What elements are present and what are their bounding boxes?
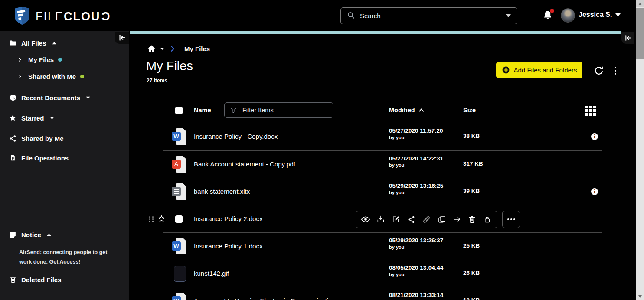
delete-button[interactable] xyxy=(467,214,478,225)
sort-ascending-icon xyxy=(418,108,424,112)
breadcrumb-chevron-icon xyxy=(169,45,176,52)
file-name[interactable]: Agreement to Receive Electronic Communic… xyxy=(194,297,336,300)
table-row[interactable]: W Agreement to Receive Electronic Commun… xyxy=(163,287,602,300)
collapse-sidebar-button[interactable] xyxy=(115,32,129,44)
file-type-icon-docx: W xyxy=(172,292,187,300)
plus-circle-icon xyxy=(502,66,510,74)
star-button[interactable] xyxy=(157,215,166,225)
edit-icon xyxy=(392,215,400,224)
download-icon xyxy=(376,215,385,224)
filter-input[interactable] xyxy=(242,107,328,114)
clock-icon xyxy=(9,94,17,101)
search-scope-caret-icon[interactable] xyxy=(506,14,511,17)
link-button[interactable] xyxy=(421,214,432,225)
column-header-modified[interactable]: Modified xyxy=(389,107,424,114)
caret-up-icon xyxy=(47,233,51,236)
trash-icon xyxy=(9,276,17,284)
breadcrumb-current[interactable]: My Files xyxy=(184,45,210,52)
caret-up-icon xyxy=(52,42,56,44)
collapse-panel-button[interactable] xyxy=(621,32,634,44)
file-type-icon-docx: W xyxy=(172,238,187,255)
file-type-icon-docx: W xyxy=(172,128,187,145)
file-size: 38 KB xyxy=(463,133,480,139)
page-scrollbar[interactable] xyxy=(636,0,644,300)
notifications-bell-icon[interactable] xyxy=(543,10,554,22)
modified-date: 08/21/2020 13:33:14 xyxy=(389,292,443,298)
user-name: Jessica S. xyxy=(579,11,612,19)
preview-button[interactable] xyxy=(360,214,371,225)
caret-down-icon xyxy=(86,96,90,99)
table-row-hovered[interactable]: Insurance Policy 2.docx xyxy=(163,205,602,232)
chevron-right-icon xyxy=(16,57,24,62)
sidebar-item-my-files[interactable]: My Files xyxy=(0,54,62,65)
table-row[interactable]: W Insurance Policy - Copy.docx 05/27/202… xyxy=(163,123,602,150)
main-panel: My Files My Files 27 items Add Files and… xyxy=(129,31,636,300)
file-name[interactable]: Insurance Policy 1.docx xyxy=(194,242,262,250)
info-button[interactable]: i xyxy=(591,133,598,140)
file-name[interactable]: bank statement.xltx xyxy=(194,188,250,195)
row-action-toolbar xyxy=(356,211,497,228)
share-button[interactable] xyxy=(405,214,417,225)
sidebar-item-recent-documents[interactable]: Recent Documents xyxy=(0,92,91,103)
chevron-right-icon xyxy=(16,74,24,79)
add-files-button[interactable]: Add Files and Folders xyxy=(496,62,582,78)
sidebar-item-all-files[interactable]: All Files xyxy=(0,38,57,48)
file-name[interactable]: Bank Account statement - Copy.pdf xyxy=(194,160,295,168)
column-header-name[interactable]: Name xyxy=(194,107,211,114)
home-icon xyxy=(147,44,157,53)
drag-handle[interactable] xyxy=(149,216,155,223)
sidebar-item-shared-with-me[interactable]: Shared with Me xyxy=(0,71,84,82)
share-icon xyxy=(9,135,17,142)
refresh-button[interactable] xyxy=(594,65,604,76)
modified-by: by you xyxy=(389,272,443,277)
lock-button[interactable] xyxy=(482,214,493,225)
more-actions-button[interactable] xyxy=(502,211,520,228)
sidebar: All Files My Files Shared with Me Recent… xyxy=(0,31,129,300)
download-button[interactable] xyxy=(375,214,386,225)
file-name[interactable]: kunst142.gif xyxy=(194,270,229,277)
move-button[interactable] xyxy=(451,214,463,225)
sidebar-item-notice[interactable]: Notice xyxy=(0,229,52,240)
sidebar-item-starred[interactable]: Starred xyxy=(0,113,55,123)
sidebar-item-shared-by-me[interactable]: Shared by Me xyxy=(0,133,64,143)
breadcrumb-home-button[interactable] xyxy=(147,44,165,53)
lock-icon xyxy=(483,215,491,224)
image-thumbnail xyxy=(174,266,186,282)
scrollbar-thumb[interactable] xyxy=(636,8,644,59)
modified-by: by you xyxy=(389,190,443,195)
select-all-checkbox[interactable] xyxy=(175,107,183,114)
info-button[interactable]: i xyxy=(591,188,598,195)
avatar[interactable] xyxy=(561,8,575,23)
sidebar-item-deleted-files[interactable]: Deleted Files xyxy=(0,274,62,285)
scroll-down-button[interactable] xyxy=(636,293,644,300)
arrow-down-icon xyxy=(638,295,642,298)
item-count: 27 items xyxy=(147,78,167,84)
file-size: 317 KB xyxy=(463,160,483,167)
copy-button[interactable] xyxy=(436,214,448,225)
breadcrumb: My Files xyxy=(147,44,210,53)
file-name[interactable]: Insurance Policy 2.docx xyxy=(194,215,262,222)
modified-date: 05/27/2020 14:22:31 xyxy=(389,155,443,162)
table-row[interactable]: bank statement.xltx 05/29/2020 13:16:25b… xyxy=(163,178,602,205)
search-icon xyxy=(347,11,355,21)
row-checkbox[interactable] xyxy=(175,215,183,223)
table-row[interactable]: Bank Account statement - Copy.pdf 05/27/… xyxy=(163,150,602,178)
scroll-up-button[interactable] xyxy=(636,0,644,7)
column-header-size[interactable]: Size xyxy=(463,107,476,114)
sidebar-item-file-operations[interactable]: File Operations xyxy=(0,153,69,163)
edit-button[interactable] xyxy=(390,214,402,225)
star-outline-icon xyxy=(157,215,166,223)
file-size: 10 KB xyxy=(463,297,480,300)
grid-view-button[interactable] xyxy=(585,106,596,116)
modified-date: 08/05/2020 13:04:44 xyxy=(389,264,443,271)
user-menu[interactable]: Jessica S. xyxy=(579,11,621,19)
file-name[interactable]: Insurance Policy - Copy.docx xyxy=(194,133,278,140)
table-row[interactable]: kunst142.gif 08/05/2020 13:04:44by you 2… xyxy=(163,260,602,287)
table-row[interactable]: W Insurance Policy 1.docx 05/29/2020 13:… xyxy=(163,232,602,260)
more-options-button[interactable] xyxy=(611,65,619,76)
search-input[interactable] xyxy=(360,12,500,20)
search-bar[interactable] xyxy=(340,7,517,24)
file-size: 26 KB xyxy=(463,270,480,276)
copy-icon xyxy=(438,215,446,224)
filter-field[interactable] xyxy=(224,102,333,118)
